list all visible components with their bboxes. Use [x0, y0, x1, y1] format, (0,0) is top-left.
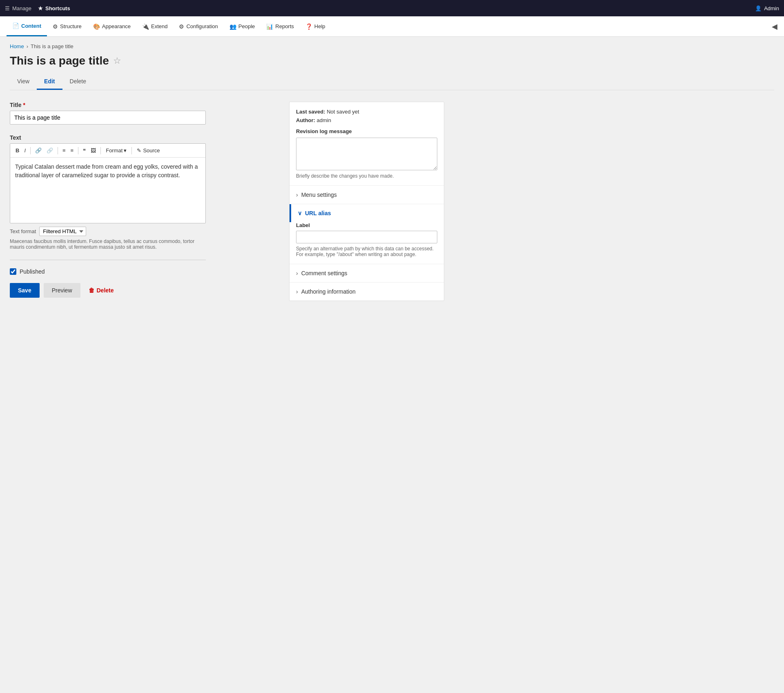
shortcuts-label: Shortcuts [45, 5, 70, 11]
admin-user[interactable]: 👤 Admin [755, 5, 779, 11]
toolbar-bold-button[interactable]: B [13, 146, 21, 155]
menu-settings-accordion: › Menu settings [290, 186, 444, 204]
breadcrumb: Home › This is a page title [10, 43, 774, 49]
delete-label: Delete [97, 287, 114, 294]
author-value: admin [317, 117, 331, 123]
shortcuts-menu[interactable]: ★ Shortcuts [38, 5, 70, 11]
content-icon: 📄 [12, 22, 19, 29]
breadcrumb-current: This is a page title [31, 43, 74, 49]
comment-settings-accordion: › Comment settings [290, 264, 444, 283]
toolbar-ordered-list-button[interactable]: ≡ [69, 146, 76, 155]
nav-reports-label: Reports [275, 23, 294, 29]
user-icon: 👤 [755, 5, 762, 11]
editor-body[interactable]: Typical Catalan dessert made from cream … [10, 158, 205, 223]
chevron-right-icon-2: › [296, 270, 298, 276]
nav-people[interactable]: 👥 People [224, 16, 261, 36]
favorite-icon[interactable]: ☆ [113, 56, 121, 66]
toolbar-image-button[interactable]: 🖼 [89, 146, 98, 155]
authoring-accordion: › Authoring information [290, 283, 444, 301]
toolbar-blockquote-button[interactable]: ❝ [81, 146, 88, 155]
toolbar-format-dropdown[interactable]: Format ▾ [103, 146, 129, 155]
last-saved-label: Last saved: [296, 109, 325, 115]
nav-people-label: People [238, 23, 255, 29]
nav-configuration-label: Configuration [186, 23, 218, 29]
tab-view[interactable]: View [10, 74, 37, 90]
text-label: Text [10, 134, 279, 141]
nav-content[interactable]: 📄 Content [7, 16, 47, 36]
revision-label: Revision log message [296, 128, 437, 134]
title-input[interactable] [10, 111, 206, 125]
comment-settings-header[interactable]: › Comment settings [290, 264, 444, 282]
section-divider [10, 260, 206, 260]
toolbar-unlink-button[interactable]: 🔗 [45, 146, 55, 155]
chevron-right-icon: › [296, 192, 298, 198]
required-star: * [23, 102, 25, 108]
published-row: Published [10, 268, 279, 275]
toolbar-divider-3 [78, 147, 78, 154]
last-saved-row: Last saved: Not saved yet [296, 109, 437, 115]
nav-structure-label: Structure [60, 23, 82, 29]
toolbar-link-button[interactable]: 🔗 [33, 146, 44, 155]
admin-bar: ☰ Manage ★ Shortcuts 👤 Admin [0, 0, 784, 16]
nav-content-label: Content [21, 23, 41, 29]
page-title-row: This is a page title ☆ [10, 54, 774, 67]
save-button[interactable]: Save [10, 283, 40, 298]
authoring-label: Authoring information [301, 288, 356, 295]
nav-configuration[interactable]: ⚙ Configuration [173, 16, 223, 36]
text-format-row: Text format Filtered HTML Full HTML Plai… [10, 227, 279, 236]
toolbar-divider-1 [30, 147, 31, 154]
author-row: Author: admin [296, 117, 437, 123]
url-alias-accordion: ∨ URL alias Label Specify an alternative… [290, 204, 444, 264]
delete-button[interactable]: 🗑 Delete [85, 283, 118, 298]
people-icon: 👥 [229, 23, 236, 30]
page-title: This is a page title [10, 54, 109, 67]
tab-delete[interactable]: Delete [62, 74, 94, 90]
toolbar-divider-2 [58, 147, 58, 154]
revision-textarea[interactable] [296, 138, 437, 170]
toolbar-divider-5 [131, 147, 132, 154]
chevron-right-icon-3: › [296, 288, 298, 295]
nav-structure[interactable]: ⚙ Structure [47, 16, 87, 36]
toolbar-source-label: Source [143, 147, 160, 154]
nav-reports[interactable]: 📊 Reports [261, 16, 300, 36]
main-content: Title * Text B I 🔗 🔗 ≡ ≡ [0, 90, 784, 317]
trash-icon: 🗑 [89, 287, 94, 294]
admin-label: Admin [764, 5, 779, 11]
breadcrumb-home[interactable]: Home [10, 43, 24, 49]
url-input[interactable] [296, 231, 437, 243]
source-icon: ✎ [137, 147, 141, 154]
toolbar-source-button[interactable]: ✎ Source [134, 146, 162, 155]
structure-icon: ⚙ [53, 23, 58, 30]
sidebar-meta: Last saved: Not saved yet Author: admin … [290, 102, 444, 186]
editor-toolbar: B I 🔗 🔗 ≡ ≡ ❝ 🖼 Format ▾ [10, 144, 205, 158]
chevron-down-icon: ∨ [298, 210, 302, 216]
menu-settings-label: Menu settings [301, 192, 337, 198]
last-saved-value: Not saved yet [327, 109, 359, 115]
tab-edit[interactable]: Edit [37, 74, 62, 90]
text-format-select[interactable]: Filtered HTML Full HTML Plain text [39, 227, 86, 236]
primary-nav: 📄 Content ⚙ Structure 🎨 Appearance 🔌 Ext… [0, 16, 784, 37]
preview-button[interactable]: Preview [44, 283, 80, 298]
title-label: Title * [10, 102, 279, 108]
nav-collapse-toggle[interactable]: ◀ [772, 22, 777, 31]
nav-appearance-label: Appearance [102, 23, 131, 29]
toolbar-italic-button[interactable]: I [22, 146, 28, 155]
toolbar-divider-4 [100, 147, 101, 154]
manage-menu[interactable]: ☰ Manage [5, 5, 31, 11]
menu-settings-header[interactable]: › Menu settings [290, 186, 444, 204]
manage-label: Manage [12, 5, 31, 11]
nav-extend-label: Extend [151, 23, 167, 29]
published-checkbox[interactable] [10, 268, 16, 275]
nav-appearance[interactable]: 🎨 Appearance [87, 16, 136, 36]
url-alias-header[interactable]: ∨ URL alias [290, 204, 444, 222]
helper-text: Maecenas faucibus mollis interdum. Fusce… [10, 238, 206, 250]
sidebar-panel: Last saved: Not saved yet Author: admin … [289, 102, 444, 301]
star-icon: ★ [38, 5, 43, 11]
text-field-group: Text B I 🔗 🔗 ≡ ≡ ❝ 🖼 Format [10, 134, 279, 250]
toolbar-bullet-list-button[interactable]: ≡ [60, 146, 68, 155]
nav-help[interactable]: ❓ Help [300, 16, 331, 36]
url-label: Label [296, 222, 437, 228]
extend-icon: 🔌 [142, 23, 149, 30]
nav-extend[interactable]: 🔌 Extend [136, 16, 173, 36]
authoring-header[interactable]: › Authoring information [290, 283, 444, 301]
